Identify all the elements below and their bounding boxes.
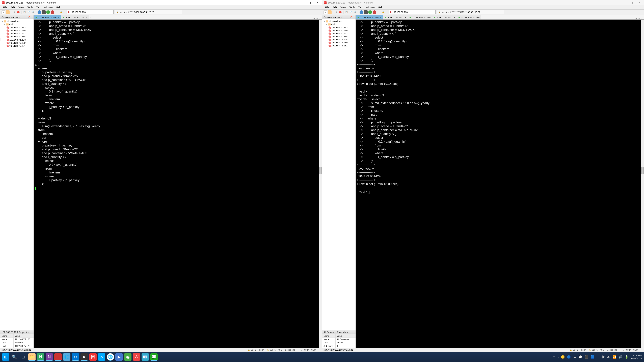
tray-app-icon[interactable]: ⬛	[584, 355, 588, 359]
onenote-icon[interactable]: N	[46, 353, 53, 361]
session-tree[interactable]: −All Sessions −Links 192.168.20.233 192.…	[322, 19, 356, 330]
tree-host[interactable]: 192.168.30.122	[322, 32, 355, 35]
menu-view[interactable]: View	[338, 5, 347, 9]
menu-file[interactable]: File	[324, 5, 331, 9]
titlebar[interactable]: 192.168.30.119 - root@htap:~ - Xshell 6 …	[322, 0, 644, 5]
tab-add-button[interactable]: +	[481, 15, 485, 19]
tab-close-icon[interactable]: ✕	[58, 16, 60, 18]
resize-grip-icon[interactable]: ⋰	[318, 349, 320, 351]
tab-next-icon[interactable]: ►	[638, 17, 640, 19]
paste-icon[interactable]: 📄	[27, 10, 31, 14]
menu-window[interactable]: Window	[364, 5, 376, 9]
new-session-icon[interactable]: ▫	[2, 10, 5, 14]
tool1-icon[interactable]	[360, 10, 363, 14]
tray-network-icon[interactable]: 🖧	[607, 355, 610, 359]
lock-icon[interactable]: 🔒	[59, 10, 63, 14]
tray-onedrive-icon[interactable]: ☁	[573, 355, 576, 359]
app-icon[interactable]: 网	[89, 353, 96, 361]
tab-prev-icon[interactable]: ◄	[635, 17, 637, 19]
tree-root[interactable]: −All Sessions	[0, 20, 33, 23]
app-icon[interactable]: ▶	[116, 353, 123, 361]
reconnect-icon[interactable]: ⟲	[334, 10, 338, 14]
lock-icon[interactable]: 🔒	[381, 10, 385, 14]
ssh-address-box[interactable]: 🔒 ssh://root:*****@192.168.75.128:22	[115, 10, 182, 14]
tab-menu-icon[interactable]: ▾	[319, 17, 320, 19]
maximize-button[interactable]: ▢	[628, 0, 636, 5]
disconnect-icon[interactable]: ⛔	[16, 10, 20, 14]
panel-close-icon[interactable]: ✕	[353, 16, 354, 18]
terminal-icon[interactable]: ▶	[80, 353, 88, 361]
tab-menu-icon[interactable]: ▾	[641, 17, 642, 19]
tree-host[interactable]: 192.168.75.130	[322, 41, 355, 44]
tree-host[interactable]: 192.168.30.238	[322, 35, 355, 38]
address-box[interactable]: 192.168.30.238	[66, 10, 114, 14]
tool4-icon[interactable]	[373, 10, 376, 14]
copy-icon[interactable]: 📋	[23, 10, 26, 14]
tab-session-5[interactable]: 5 192.168.30.119	[457, 15, 481, 19]
menu-edit[interactable]: Edit	[331, 5, 338, 9]
menu-file[interactable]: File	[2, 5, 9, 9]
reconnect-icon[interactable]: ⟲	[12, 10, 16, 14]
tree-host[interactable]: 192.168.30.122	[0, 32, 33, 35]
ssh-address-box[interactable]: 🔒 ssh://root:**********@192.168.30.119:2…	[437, 10, 504, 14]
terminal[interactable]: -> p_partkey = l_partkey -> and p_brand …	[34, 19, 322, 348]
tray-app-icon[interactable]: 🔵	[567, 355, 571, 359]
minimize-button[interactable]: ─	[298, 0, 306, 5]
tree-host[interactable]: 192.168.20.233	[0, 26, 33, 29]
tool2-icon[interactable]	[364, 10, 368, 14]
tray-wechat-icon[interactable]: 💬	[578, 355, 582, 359]
tray-wifi-icon[interactable]: 📶	[613, 355, 616, 359]
pin-icon[interactable]: 📌	[28, 16, 30, 18]
scrollbar[interactable]	[641, 19, 644, 348]
scrollbar[interactable]	[319, 19, 322, 348]
start-button[interactable]: ⊞	[2, 353, 10, 361]
terminal[interactable]: -> p_partkey = l_partkey -> and p_brand …	[356, 19, 644, 348]
open-icon[interactable]	[6, 10, 10, 14]
tree-folder-links[interactable]: −Links	[322, 23, 355, 26]
resize-grip-icon[interactable]: ⋰	[640, 349, 642, 351]
tab-session-1[interactable]: 1 192.168.75.128✕	[34, 15, 62, 19]
system-clock[interactable]: 12:08 PM 10/9/2022	[631, 354, 642, 360]
tool3-icon[interactable]	[46, 10, 50, 14]
vscode-icon[interactable]: ⟨⟩	[72, 353, 79, 361]
fullscreen-icon[interactable]: ⛶	[377, 10, 381, 14]
app-icon[interactable]: 🌐	[63, 353, 70, 361]
windows-taskbar[interactable]: ⊞ 🔍 ⊡ 📁 N N 🌐 ⟨⟩ ▶ 网 ✕ 🌐 ▶ ◉ W 📧 💬 ⌃ ▫ 🟡…	[0, 352, 644, 362]
address-box[interactable]: 192.168.30.238	[388, 10, 436, 14]
tab-prev-icon[interactable]: ◄	[313, 17, 315, 19]
pin-icon[interactable]: 📌	[350, 16, 352, 18]
wechat-icon[interactable]: 💬	[150, 353, 158, 361]
tray-volume-icon[interactable]: 🔊	[619, 355, 622, 359]
app-icon[interactable]: 📧	[142, 353, 149, 361]
fullscreen-icon[interactable]: ⛶	[55, 10, 59, 14]
explorer-icon[interactable]: 📁	[28, 353, 36, 361]
menu-view[interactable]: View	[16, 5, 25, 9]
search-icon[interactable]: 🔍	[353, 10, 357, 14]
tab-next-icon[interactable]: ►	[316, 17, 318, 19]
app-icon[interactable]: ✕	[98, 353, 105, 361]
tab-session-2[interactable]: 2 192.168.75.128✕	[61, 15, 89, 19]
maximize-button[interactable]: ▢	[306, 0, 314, 5]
tree-folder-links[interactable]: −Links	[0, 23, 33, 26]
minimize-button[interactable]: ─	[620, 0, 628, 5]
menu-tools[interactable]: Tools	[347, 5, 356, 9]
menu-tools[interactable]: Tools	[25, 5, 34, 9]
tab-add-button[interactable]: +	[89, 15, 93, 19]
menu-help[interactable]: Help	[376, 5, 385, 9]
tree-host[interactable]: 192.168.20.233	[322, 26, 355, 29]
menu-edit[interactable]: Edit	[9, 5, 16, 9]
disconnect-icon[interactable]: ⛔	[338, 10, 342, 14]
xshell-icon[interactable]	[54, 353, 62, 361]
tray-chevron-icon[interactable]: ⌃	[553, 355, 555, 359]
tree-host-selected[interactable]: 192.168.75.128	[0, 38, 33, 41]
tool3-icon[interactable]	[368, 10, 372, 14]
titlebar[interactable]: 192.168.75.128 - root@localhost:~ - Xshe…	[0, 0, 322, 5]
app-icon[interactable]: ◉	[124, 353, 132, 361]
copy-icon[interactable]: 📋	[345, 10, 348, 14]
menu-tab[interactable]: Tab	[356, 5, 364, 9]
task-view-icon[interactable]: ⊡	[20, 353, 27, 361]
tab-close-icon[interactable]: ✕	[380, 16, 382, 18]
open-icon[interactable]	[328, 10, 332, 14]
tree-host[interactable]: 192.168.75.128	[322, 38, 355, 41]
tree-host[interactable]: 192.168.30.119	[0, 29, 33, 32]
